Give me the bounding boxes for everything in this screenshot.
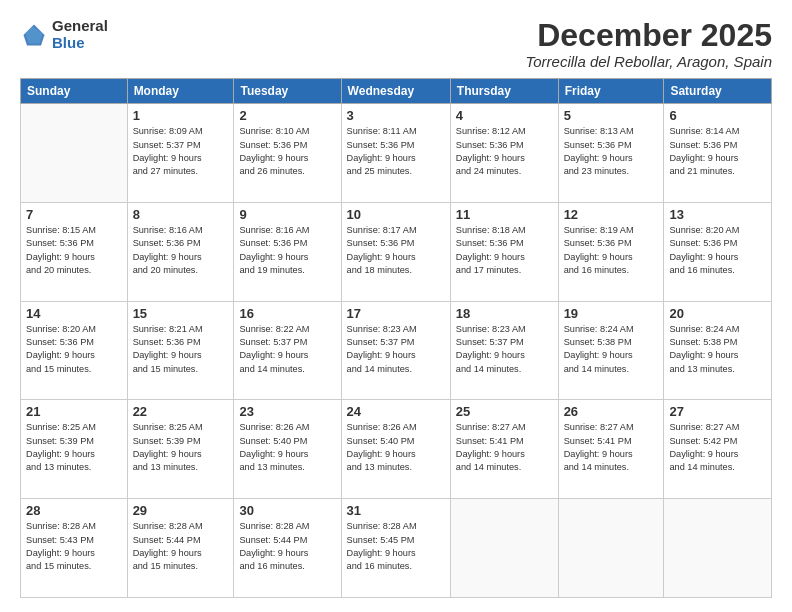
calendar-cell: 13Sunrise: 8:20 AMSunset: 5:36 PMDayligh…: [664, 202, 772, 301]
day-info: Sunrise: 8:24 AMSunset: 5:38 PMDaylight:…: [669, 323, 766, 376]
day-number: 25: [456, 404, 553, 419]
day-info: Sunrise: 8:12 AMSunset: 5:36 PMDaylight:…: [456, 125, 553, 178]
calendar-cell: 1Sunrise: 8:09 AMSunset: 5:37 PMDaylight…: [127, 104, 234, 203]
calendar-cell: 27Sunrise: 8:27 AMSunset: 5:42 PMDayligh…: [664, 400, 772, 499]
calendar-cell: 2Sunrise: 8:10 AMSunset: 5:36 PMDaylight…: [234, 104, 341, 203]
calendar-table: SundayMondayTuesdayWednesdayThursdayFrid…: [20, 78, 772, 598]
day-number: 24: [347, 404, 445, 419]
day-number: 30: [239, 503, 335, 518]
calendar-header-saturday: Saturday: [664, 79, 772, 104]
week-row-1: 1Sunrise: 8:09 AMSunset: 5:37 PMDaylight…: [21, 104, 772, 203]
day-info: Sunrise: 8:23 AMSunset: 5:37 PMDaylight:…: [347, 323, 445, 376]
calendar-cell: 10Sunrise: 8:17 AMSunset: 5:36 PMDayligh…: [341, 202, 450, 301]
day-info: Sunrise: 8:11 AMSunset: 5:36 PMDaylight:…: [347, 125, 445, 178]
day-info: Sunrise: 8:25 AMSunset: 5:39 PMDaylight:…: [26, 421, 122, 474]
day-info: Sunrise: 8:27 AMSunset: 5:41 PMDaylight:…: [564, 421, 659, 474]
page: General Blue December 2025 Torrecilla de…: [0, 0, 792, 612]
day-number: 17: [347, 306, 445, 321]
day-info: Sunrise: 8:13 AMSunset: 5:36 PMDaylight:…: [564, 125, 659, 178]
calendar-cell: 28Sunrise: 8:28 AMSunset: 5:43 PMDayligh…: [21, 499, 128, 598]
day-number: 4: [456, 108, 553, 123]
day-info: Sunrise: 8:27 AMSunset: 5:41 PMDaylight:…: [456, 421, 553, 474]
calendar-cell: 24Sunrise: 8:26 AMSunset: 5:40 PMDayligh…: [341, 400, 450, 499]
day-info: Sunrise: 8:28 AMSunset: 5:44 PMDaylight:…: [133, 520, 229, 573]
calendar-cell: 14Sunrise: 8:20 AMSunset: 5:36 PMDayligh…: [21, 301, 128, 400]
day-number: 8: [133, 207, 229, 222]
calendar-header-row: SundayMondayTuesdayWednesdayThursdayFrid…: [21, 79, 772, 104]
calendar-cell: 16Sunrise: 8:22 AMSunset: 5:37 PMDayligh…: [234, 301, 341, 400]
day-info: Sunrise: 8:15 AMSunset: 5:36 PMDaylight:…: [26, 224, 122, 277]
calendar-cell: 31Sunrise: 8:28 AMSunset: 5:45 PMDayligh…: [341, 499, 450, 598]
calendar-header-sunday: Sunday: [21, 79, 128, 104]
day-info: Sunrise: 8:24 AMSunset: 5:38 PMDaylight:…: [564, 323, 659, 376]
day-info: Sunrise: 8:23 AMSunset: 5:37 PMDaylight:…: [456, 323, 553, 376]
day-number: 20: [669, 306, 766, 321]
calendar-cell: [21, 104, 128, 203]
calendar-cell: 22Sunrise: 8:25 AMSunset: 5:39 PMDayligh…: [127, 400, 234, 499]
calendar-cell: 5Sunrise: 8:13 AMSunset: 5:36 PMDaylight…: [558, 104, 664, 203]
calendar-cell: 23Sunrise: 8:26 AMSunset: 5:40 PMDayligh…: [234, 400, 341, 499]
day-number: 18: [456, 306, 553, 321]
calendar-cell: 17Sunrise: 8:23 AMSunset: 5:37 PMDayligh…: [341, 301, 450, 400]
day-number: 31: [347, 503, 445, 518]
day-info: Sunrise: 8:17 AMSunset: 5:36 PMDaylight:…: [347, 224, 445, 277]
day-info: Sunrise: 8:25 AMSunset: 5:39 PMDaylight:…: [133, 421, 229, 474]
day-info: Sunrise: 8:10 AMSunset: 5:36 PMDaylight:…: [239, 125, 335, 178]
calendar-cell: 21Sunrise: 8:25 AMSunset: 5:39 PMDayligh…: [21, 400, 128, 499]
logo: General Blue: [20, 18, 108, 51]
day-info: Sunrise: 8:28 AMSunset: 5:45 PMDaylight:…: [347, 520, 445, 573]
calendar-cell: 30Sunrise: 8:28 AMSunset: 5:44 PMDayligh…: [234, 499, 341, 598]
calendar-cell: 15Sunrise: 8:21 AMSunset: 5:36 PMDayligh…: [127, 301, 234, 400]
day-info: Sunrise: 8:22 AMSunset: 5:37 PMDaylight:…: [239, 323, 335, 376]
logo-blue: Blue: [52, 35, 108, 52]
day-number: 29: [133, 503, 229, 518]
month-title: December 2025: [525, 18, 772, 53]
day-number: 26: [564, 404, 659, 419]
day-info: Sunrise: 8:26 AMSunset: 5:40 PMDaylight:…: [347, 421, 445, 474]
calendar-cell: 6Sunrise: 8:14 AMSunset: 5:36 PMDaylight…: [664, 104, 772, 203]
day-number: 12: [564, 207, 659, 222]
day-number: 16: [239, 306, 335, 321]
week-row-5: 28Sunrise: 8:28 AMSunset: 5:43 PMDayligh…: [21, 499, 772, 598]
day-number: 1: [133, 108, 229, 123]
day-info: Sunrise: 8:16 AMSunset: 5:36 PMDaylight:…: [133, 224, 229, 277]
calendar-cell: [558, 499, 664, 598]
day-number: 22: [133, 404, 229, 419]
location-title: Torrecilla del Rebollar, Aragon, Spain: [525, 53, 772, 70]
day-number: 27: [669, 404, 766, 419]
day-number: 11: [456, 207, 553, 222]
calendar-header-tuesday: Tuesday: [234, 79, 341, 104]
calendar-header-thursday: Thursday: [450, 79, 558, 104]
calendar-cell: 11Sunrise: 8:18 AMSunset: 5:36 PMDayligh…: [450, 202, 558, 301]
header: General Blue December 2025 Torrecilla de…: [20, 18, 772, 70]
day-number: 2: [239, 108, 335, 123]
day-info: Sunrise: 8:16 AMSunset: 5:36 PMDaylight:…: [239, 224, 335, 277]
day-number: 14: [26, 306, 122, 321]
calendar-cell: 25Sunrise: 8:27 AMSunset: 5:41 PMDayligh…: [450, 400, 558, 499]
day-info: Sunrise: 8:20 AMSunset: 5:36 PMDaylight:…: [26, 323, 122, 376]
calendar-cell: [664, 499, 772, 598]
calendar-cell: [450, 499, 558, 598]
calendar-cell: 20Sunrise: 8:24 AMSunset: 5:38 PMDayligh…: [664, 301, 772, 400]
day-number: 15: [133, 306, 229, 321]
calendar-cell: 18Sunrise: 8:23 AMSunset: 5:37 PMDayligh…: [450, 301, 558, 400]
day-number: 23: [239, 404, 335, 419]
calendar-cell: 12Sunrise: 8:19 AMSunset: 5:36 PMDayligh…: [558, 202, 664, 301]
week-row-2: 7Sunrise: 8:15 AMSunset: 5:36 PMDaylight…: [21, 202, 772, 301]
day-info: Sunrise: 8:14 AMSunset: 5:36 PMDaylight:…: [669, 125, 766, 178]
calendar-cell: 26Sunrise: 8:27 AMSunset: 5:41 PMDayligh…: [558, 400, 664, 499]
week-row-3: 14Sunrise: 8:20 AMSunset: 5:36 PMDayligh…: [21, 301, 772, 400]
day-number: 10: [347, 207, 445, 222]
calendar-header-monday: Monday: [127, 79, 234, 104]
logo-general: General: [52, 18, 108, 35]
calendar-cell: 7Sunrise: 8:15 AMSunset: 5:36 PMDaylight…: [21, 202, 128, 301]
day-info: Sunrise: 8:09 AMSunset: 5:37 PMDaylight:…: [133, 125, 229, 178]
logo-icon: [20, 21, 48, 49]
calendar-cell: 4Sunrise: 8:12 AMSunset: 5:36 PMDaylight…: [450, 104, 558, 203]
calendar-cell: 29Sunrise: 8:28 AMSunset: 5:44 PMDayligh…: [127, 499, 234, 598]
calendar-cell: 3Sunrise: 8:11 AMSunset: 5:36 PMDaylight…: [341, 104, 450, 203]
calendar-header-friday: Friday: [558, 79, 664, 104]
calendar-cell: 9Sunrise: 8:16 AMSunset: 5:36 PMDaylight…: [234, 202, 341, 301]
week-row-4: 21Sunrise: 8:25 AMSunset: 5:39 PMDayligh…: [21, 400, 772, 499]
day-info: Sunrise: 8:21 AMSunset: 5:36 PMDaylight:…: [133, 323, 229, 376]
